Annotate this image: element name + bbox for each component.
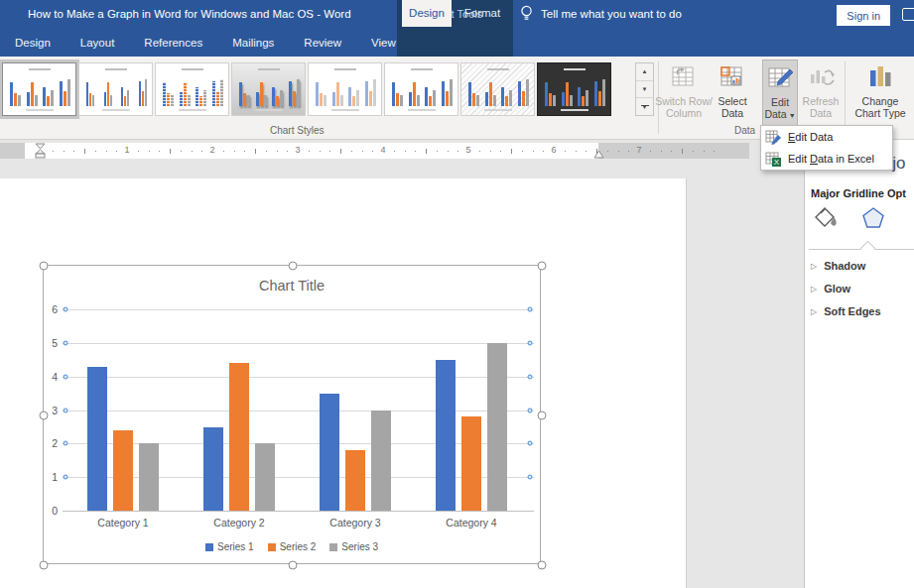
expand-triangle-icon[interactable]: ▷ [811,285,817,294]
bar-series2-cat1[interactable] [113,430,133,511]
bar-series2-cat4[interactable] [461,416,481,511]
chart-style-thumbnail-style-5[interactable] [308,62,382,116]
tab-chart-design[interactable]: Design [402,0,452,27]
indent-markers[interactable] [35,143,46,159]
expand-triangle-icon[interactable]: ▷ [811,262,817,271]
gallery-scroll-up-button[interactable]: ▲ [636,63,653,81]
tab-design[interactable]: Design [0,30,65,57]
y-axis-label: 1 [46,471,58,483]
chart-resize-handle[interactable] [289,262,298,271]
tab-references[interactable]: References [129,30,217,57]
document-page[interactable]: Chart Title 0123456Category 1Category 2C… [0,178,687,588]
select-data-button[interactable]: SelectData [713,59,752,132]
panel-item-soft-edges[interactable]: ▷Soft Edges [811,305,881,317]
chart-resize-handle[interactable] [40,561,49,570]
horizontal-ruler[interactable]: 1234567 [0,143,749,159]
legend-item: Series 3 [329,541,378,552]
menu-item-edit-data-in-excel[interactable]: XEdit Data in Excel [761,148,892,170]
legend-label: Series 1 [217,541,254,552]
chart-resize-handle[interactable] [538,412,547,420]
bar-series1-cat3[interactable] [320,394,339,511]
ruler-number: 7 [636,145,641,155]
thumbnail-legend-placeholder [26,109,54,111]
gridline-selection-dot [64,341,68,346]
gridline-selection-dot [64,408,68,412]
thumbnail-bars [316,76,376,106]
tell-me-box[interactable]: Tell me what you want to do [520,0,682,27]
legend-label: Series 3 [341,541,378,552]
panel-item-shadow[interactable]: ▷Shadow [811,260,865,272]
tell-me-text: Tell me what you want to do [541,8,682,20]
bar-series2-cat2[interactable] [229,363,249,511]
gallery-more-button[interactable]: ▼ [636,98,653,115]
tab-layout[interactable]: Layout [65,30,130,57]
thumbnail-title-placeholder [411,68,433,70]
chart-style-thumbnail-style-1[interactable] [2,62,76,116]
menu-item-edit-data[interactable]: Edit Data [761,126,892,148]
panel-item-glow[interactable]: ▷Glow [811,283,850,294]
chart-resize-handle[interactable] [538,262,547,271]
legend-swatch [205,543,213,551]
sign-in-button[interactable]: Sign in [837,5,890,26]
edit-data-button[interactable]: EditData▼ [762,59,798,132]
format-pane: Format Majo Major Gridline Opt ▷Shadow▷G… [804,140,914,588]
right-indent-marker[interactable] [593,150,604,159]
chart-title[interactable]: Chart Title [44,278,540,294]
tab-mailings[interactable]: Mailings [217,30,289,57]
thumbnail-legend-placeholder [255,109,283,111]
gridline-selection-dot [64,475,68,480]
gallery-scroll-down-button[interactable]: ▼ [636,81,653,99]
chart-style-thumbnail-style-3[interactable] [155,62,229,116]
major-gridline[interactable] [63,377,534,378]
thumbnail-bars [86,76,147,106]
bar-series3-cat2[interactable] [255,443,275,511]
change-chart-type-button[interactable]: ChangeChart Type [849,59,911,132]
thumbnail-legend-placeholder [484,109,512,111]
bar-series3-cat4[interactable] [487,343,507,511]
chart-style-thumbnail-style-6[interactable] [384,62,458,116]
chart-resize-handle[interactable] [40,412,49,420]
y-axis-label: 5 [46,337,58,349]
bar-series1-cat4[interactable] [436,360,456,511]
menu-item-label: Edit Data in Excel [788,153,874,165]
gridline-options-header[interactable]: Major Gridline Opt [811,187,906,199]
bar-series2-cat3[interactable] [345,450,365,511]
gridline-selection-dot [528,408,533,412]
legend-swatch [329,543,337,551]
ribbon-display-options-icon[interactable] [902,8,914,21]
chart-resize-handle[interactable] [538,561,547,570]
dropdown-arrow-icon: ▼ [789,112,796,119]
thumbnail-legend-placeholder [408,109,436,111]
major-gridline[interactable] [63,411,534,412]
thumbnail-title-placeholder [258,68,280,70]
tab-chart-format[interactable]: Format [454,0,511,27]
ruler-number: 4 [380,145,385,155]
chart-style-thumbnail-style-7[interactable] [460,62,535,116]
chart-style-thumbnail-style-2[interactable] [78,62,153,116]
major-gridline[interactable] [63,343,534,344]
chart-legend[interactable]: Series 1Series 2Series 3 [44,541,540,552]
expand-triangle-icon[interactable]: ▷ [811,307,817,316]
chart-resize-handle[interactable] [40,262,49,271]
select-data-icon [718,59,746,95]
chart-object[interactable]: Chart Title 0123456Category 1Category 2C… [43,265,541,564]
chart-style-thumbnail-style-8[interactable] [537,62,611,116]
y-axis-label: 0 [46,505,58,517]
gridline-selection-dot [528,475,533,480]
document-title: How to Make a Graph in Word for Windows … [28,8,351,20]
bar-series1-cat1[interactable] [87,367,107,511]
bar-series1-cat2[interactable] [203,427,223,512]
category-axis-label: Category 3 [329,517,380,529]
major-gridline[interactable] [63,309,534,310]
category-axis-label: Category 1 [97,517,148,529]
tab-review[interactable]: Review [289,30,356,57]
chart-resize-handle[interactable] [289,561,298,570]
chart-style-thumbnail-style-4[interactable] [231,62,306,116]
bar-series3-cat3[interactable] [371,411,391,511]
gallery-scroll-controls: ▲ ▼ ▼ [635,62,654,116]
bar-series3-cat1[interactable] [139,443,159,511]
effects-tab-icon[interactable] [860,205,886,231]
thumbnail-bars [163,76,223,106]
fill-line-tab-icon[interactable] [813,205,839,231]
category-axis [63,511,534,512]
